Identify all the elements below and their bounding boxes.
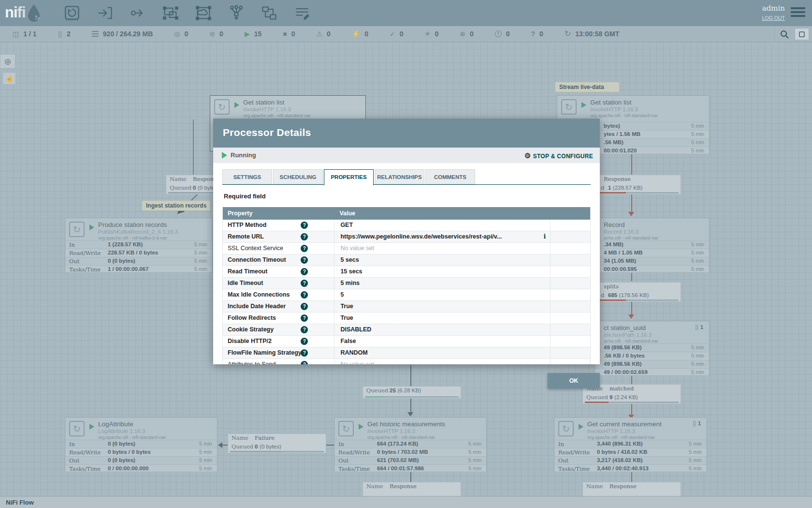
status-bar: 1 / 12920 / 264.29 MB0015000000!0013:00:… — [0, 26, 812, 42]
help-icon[interactable]: ? — [301, 233, 308, 240]
help-icon[interactable]: ? — [301, 338, 308, 345]
connection-response-bottom-right[interactable]: NameResponse — [582, 482, 681, 496]
stat-value: 0 bytes / 418.02 KB — [597, 449, 647, 455]
processor-stat-row: Tasks/Time664 / 00:01:57.9865 min — [334, 464, 486, 473]
property-value: 5 secs — [340, 256, 359, 263]
global-menu-icon[interactable] — [791, 7, 805, 19]
queued-count: 9 — [609, 394, 612, 400]
connection-line — [410, 365, 411, 386]
stat-label: Out — [338, 457, 348, 464]
output-port-icon[interactable] — [129, 4, 147, 22]
remote-process-group-icon[interactable] — [194, 4, 213, 22]
stat-fragment: 4 MB / 1.05 MB — [604, 250, 643, 255]
tab-properties[interactable]: PROPERTIES — [324, 169, 374, 185]
dialog-tabs: SETTINGS SCHEDULING PROPERTIES RELATIONS… — [222, 169, 476, 185]
help-icon[interactable]: ? — [301, 280, 308, 287]
breadcrumb[interactable]: NiFi Flow — [6, 497, 812, 508]
label-icon[interactable] — [293, 4, 311, 22]
property-row: Connection Timeout?5 secs — [223, 254, 590, 266]
stat-fragment: 34 (1.05 MB) — [604, 258, 636, 264]
stat-fragment: 00:00:00.595 — [604, 266, 637, 272]
help-icon[interactable]: ? — [301, 222, 308, 229]
connection-queued-25[interactable]: Queued25 (6.28 KB) — [362, 386, 461, 399]
help-icon[interactable]: ? — [301, 291, 308, 299]
help-icon[interactable]: ? — [301, 245, 308, 252]
running-indicator-icon — [89, 224, 94, 230]
help-icon[interactable]: ? — [301, 361, 308, 364]
processor-get-current-measurement[interactable]: ↻ Get current measurement InvokeHTTP 1.1… — [554, 417, 707, 472]
status-count: 15 — [254, 30, 262, 38]
connection-failure[interactable]: NameFailure Queued0 (0 bytes) — [228, 433, 326, 453]
processor-stat-row: Out0 (0 bytes)5 min — [65, 257, 212, 265]
processor-extract-station-uuid-fragment[interactable]: ct station_uuid ateJsonPath 1.16.3 ache.… — [594, 321, 710, 376]
queued-size: (178.56 KB) — [619, 292, 649, 298]
panel-toggle-button[interactable] — [795, 28, 809, 40]
processor-stat-row: In3,440 (896.31 KB)5 min — [554, 440, 707, 448]
sync-failure-icon — [531, 30, 536, 37]
processor-type: InvokeHTTP 1.16.3 — [243, 106, 291, 112]
input-port-icon[interactable] — [96, 4, 114, 22]
processor-produce-station-records[interactable]: ↻ Produce station records PublishKafkaRe… — [65, 218, 213, 273]
stat-window: 5 min — [199, 449, 212, 455]
operate-palette[interactable]: ☝ — [2, 72, 16, 85]
status-item: 0 — [174, 30, 188, 38]
connection-line — [631, 273, 632, 281]
processor-get-historic-measurements[interactable]: ↻ Get historic measurements InvokeHTTP 1… — [334, 417, 487, 472]
funnel-icon[interactable] — [227, 4, 246, 22]
help-icon[interactable]: ? — [301, 268, 308, 275]
help-icon[interactable]: ? — [301, 303, 308, 310]
stat-fragment: 49 / 00:00:02.659 — [604, 369, 648, 375]
property-name: Follow Redirects — [228, 314, 276, 321]
stat-value: 0 (0 bytes) — [108, 258, 135, 264]
gear-icon: ⚙ — [524, 151, 531, 160]
search-icon[interactable] — [774, 26, 794, 42]
stat-value: 0 (0 bytes) — [108, 441, 135, 447]
stale-icon — [460, 30, 465, 37]
processor-stat-row: Read/Write0 bytes / 418.02 KB5 min — [554, 448, 707, 456]
tab-settings[interactable]: SETTINGS — [222, 169, 272, 184]
stat-window: 5 min — [689, 457, 702, 463]
property-row: Cookie Strategy?DISABLED — [223, 324, 590, 336]
status-item: 0 — [425, 30, 439, 38]
help-icon[interactable]: ? — [301, 256, 308, 264]
stat-value: 3,440 / 00:02:40.913 — [597, 465, 649, 471]
processor-type: InvokeHTTP 1.16.3 — [590, 106, 638, 112]
stop-and-configure-button[interactable]: ⚙STOP & CONFIGURE — [524, 151, 593, 160]
dialog-status-strip: Running ⚙STOP & CONFIGURE — [213, 148, 600, 163]
canvas-label[interactable]: Ingest station records — [142, 200, 210, 211]
tasks-badge: 1 — [693, 420, 701, 427]
property-name: Disable HTTP/2 — [228, 338, 272, 344]
tab-relationships[interactable]: RELATIONSHIPS — [375, 169, 424, 184]
canvas-label[interactable]: Stream live-data — [555, 82, 620, 92]
processor-stat-row: Tasks/Time1 / 00:00:00.0675 min — [65, 265, 212, 273]
template-icon[interactable] — [260, 4, 278, 22]
stat-fragment: .34 MB) — [604, 241, 624, 247]
stat-value: 1 (228.57 KB) — [108, 241, 143, 247]
processor-type: PublishKafkaRecord_2_6 1.16.3 — [98, 229, 178, 235]
ok-button[interactable]: OK — [548, 373, 600, 388]
help-icon[interactable]: ? — [301, 314, 308, 322]
connection-response-bottom-center[interactable]: NameResponse — [362, 482, 461, 496]
status-count: 2 — [67, 30, 71, 38]
disabled-icon — [352, 30, 360, 37]
help-icon[interactable]: ? — [301, 349, 308, 357]
tab-comments[interactable]: COMMENTS — [425, 169, 475, 184]
refresh-status[interactable]: 13:00:58 GMT — [565, 30, 619, 38]
info-icon[interactable]: i — [543, 233, 546, 240]
logout-link[interactable]: LOG OUT — [762, 15, 785, 21]
processor-record-fragment[interactable]: Record Record 1.16.3 ache.nifi - nifi-st… — [594, 218, 710, 273]
property-row: SSL Context Service?No value set — [223, 243, 590, 254]
processor-icon[interactable] — [63, 4, 81, 22]
help-icon[interactable]: ? — [301, 326, 308, 333]
locally-modified-stale-icon: ! — [495, 30, 502, 37]
stat-window: 5 min — [199, 465, 212, 471]
process-group-icon[interactable] — [161, 4, 180, 22]
stat-fragment: 49 (898.56 KB) — [604, 361, 642, 367]
processor-log-attribute[interactable]: ↻ LogAttribute LogAttribute 1.16.3 org.a… — [65, 417, 218, 472]
stat-value: 1 / 00:00:00.067 — [108, 266, 148, 272]
refresh-icon[interactable] — [565, 30, 571, 37]
dialog-title: Processor Details — [213, 119, 600, 138]
tab-scheduling[interactable]: SCHEDULING — [273, 169, 323, 184]
stat-window: 5 min — [468, 457, 481, 463]
navigate-palette[interactable]: ◎ — [0, 54, 15, 69]
